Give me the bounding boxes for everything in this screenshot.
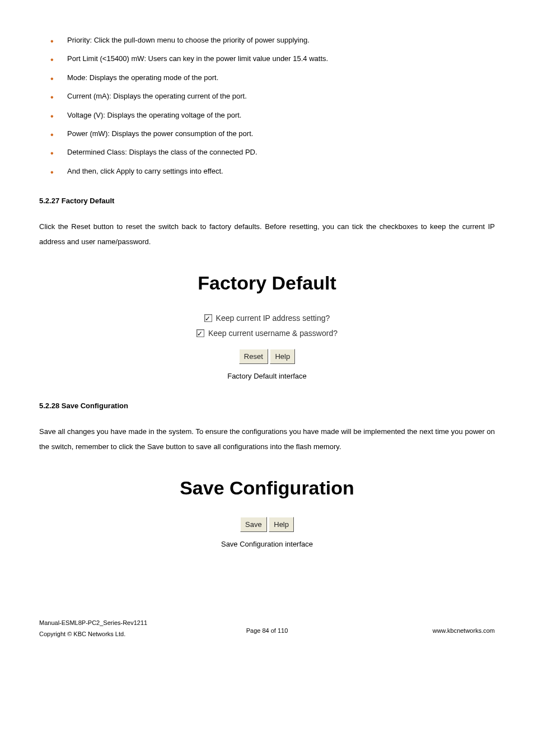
list-item: Power (mW): Displays the power consumpti… bbox=[39, 127, 495, 140]
list-item: Determined Class: Displays the class of … bbox=[39, 146, 495, 158]
bullet-list: Priority: Click the pull-down menu to ch… bbox=[39, 34, 495, 178]
footer-url: www.kbcnetworks.com bbox=[433, 627, 495, 634]
section-heading-factory-default: 5.2.27 Factory Default bbox=[39, 194, 495, 207]
footer-page-number: Page 84 of 110 bbox=[246, 627, 288, 634]
list-item: Voltage (V): Displays the operating volt… bbox=[39, 109, 495, 122]
body-text-factory-default: Click the Reset button to reset the swit… bbox=[39, 219, 495, 250]
list-item: Mode: Displays the operating mode of the… bbox=[39, 71, 495, 84]
list-item: Priority: Click the pull-down menu to ch… bbox=[39, 34, 495, 46]
figure-caption: Save Configuration interface bbox=[39, 538, 495, 550]
section-heading-save-config: 5.2.28 Save Configuration bbox=[39, 399, 495, 412]
help-button[interactable]: Help bbox=[270, 349, 295, 364]
list-item: Port Limit (<15400) mW: Users can key in… bbox=[39, 52, 495, 65]
figure-caption: Factory Default interface bbox=[39, 370, 495, 382]
checkbox-keep-userpass[interactable]: Keep current username & password? bbox=[39, 326, 495, 340]
figure-title: Save Configuration bbox=[39, 471, 495, 505]
body-text-save-config: Save all changes you have made in the sy… bbox=[39, 424, 495, 455]
help-button[interactable]: Help bbox=[269, 517, 294, 532]
checkbox-icon bbox=[204, 314, 212, 322]
figure-title: Factory Default bbox=[39, 266, 495, 300]
figure-factory-default: Factory Default Keep current IP address … bbox=[39, 266, 495, 382]
list-item: And then, click Apply to carry settings … bbox=[39, 165, 495, 178]
checkbox-label: Keep current IP address setting? bbox=[216, 314, 330, 323]
checkbox-icon bbox=[196, 329, 204, 337]
list-item: Current (mA): Displays the operating cur… bbox=[39, 90, 495, 102]
figure-save-config: Save Configuration Save Help Save Config… bbox=[39, 471, 495, 550]
save-button[interactable]: Save bbox=[240, 517, 267, 532]
checkbox-label: Keep current username & password? bbox=[208, 329, 338, 338]
reset-button[interactable]: Reset bbox=[239, 349, 268, 364]
checkbox-keep-ip[interactable]: Keep current IP address setting? bbox=[39, 311, 495, 325]
